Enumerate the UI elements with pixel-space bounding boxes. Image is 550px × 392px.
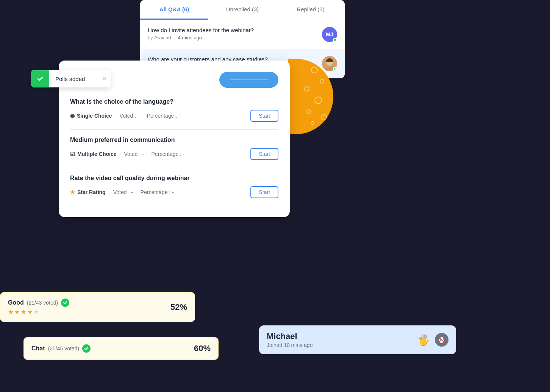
star-5: ★ — [34, 308, 39, 316]
result-votes: (21/43 voted) — [27, 300, 58, 306]
qa-item-text: How do I invite attendees for the webina… — [148, 27, 317, 40]
poll-type: ◉ Single Choice — [70, 113, 112, 119]
poll-type: ☑ Multiple Choice — [70, 151, 116, 157]
toast-notification: Polls added × — [31, 70, 111, 87]
poll-meta-row: ★ Star Rating Voted : - Percentage : - S… — [70, 186, 278, 198]
poll-meta-row: ☑ Multiple Choice Voted : - Percentage :… — [70, 148, 278, 160]
poll-percentage: Percentage : - — [147, 113, 180, 119]
star-rating-icon: ★ — [70, 189, 75, 195]
raise-hand-icon[interactable]: 🖐 — [417, 334, 430, 346]
poll-voted: Voted : - — [113, 189, 133, 195]
result-label: Chat (25/45 voted) — [31, 344, 91, 353]
poll-question-title: Medium preferred in communication — [70, 137, 278, 143]
result-label: Good (21/43 voted) — [8, 299, 69, 307]
toast-message: Polls added — [49, 70, 98, 87]
svg-point-6 — [315, 97, 322, 104]
poll-question-1: What is the choice of the language? ◉ Si… — [70, 98, 278, 122]
svg-point-4 — [320, 79, 324, 83]
poll-meta-row: ◉ Single Choice Voted : - Percentage : -… — [70, 110, 278, 122]
start-button-2[interactable]: Start — [250, 148, 278, 160]
poll-question-title: Rate the video call quality during webin… — [70, 175, 278, 182]
qa-question: How do I invite attendees for the webina… — [148, 27, 317, 33]
svg-point-8 — [321, 115, 327, 120]
result-bar-chat: Chat (25/45 voted) 60% — [23, 337, 219, 360]
poll-question-3: Rate the video call quality during webin… — [70, 175, 278, 198]
poll-divider — [70, 129, 278, 130]
svg-point-3 — [311, 67, 317, 73]
tab-all-qa[interactable]: All Q&A (6) — [140, 0, 208, 20]
star-1: ★ — [8, 308, 13, 316]
michael-card: Michael Joined 10 mins ago 🖐 — [259, 325, 456, 354]
online-indicator — [333, 67, 337, 71]
poll-percentage: Percentage : - — [141, 189, 174, 195]
qa-tabs: All Q&A (6) Unreplied (3) Replied (3) — [140, 0, 345, 20]
svg-marker-10 — [309, 118, 312, 121]
start-button-3[interactable]: Start — [250, 186, 278, 198]
svg-point-9 — [311, 121, 314, 124]
poll-question-title: What is the choice of the language? — [70, 98, 278, 105]
result-stars: ★ ★ ★ ★ ★ — [8, 308, 69, 316]
poll-question-2: Medium preferred in communication ☑ Mult… — [70, 137, 278, 160]
mute-microphone-button[interactable] — [435, 333, 448, 347]
multiple-choice-icon: ☑ — [70, 151, 75, 157]
result-bar-good: Good (21/43 voted) ★ ★ ★ ★ ★ 52% — [0, 292, 195, 322]
result-percent: 52% — [170, 302, 187, 312]
result-votes: (25/45 voted) — [48, 345, 80, 352]
star-4: ★ — [27, 308, 33, 316]
result-percent: 60% — [194, 344, 211, 353]
start-button-1[interactable]: Start — [250, 110, 278, 122]
michael-icons: 🖐 — [417, 333, 448, 347]
poll-voted: Voted : - — [120, 113, 139, 119]
poll-type: ★ Star Rating — [70, 189, 106, 195]
result-info: Good (21/43 voted) ★ ★ ★ ★ ★ — [8, 299, 69, 316]
single-choice-icon: ◉ — [70, 113, 75, 119]
michael-info: Michael Joined 10 mins ago — [267, 331, 411, 348]
toast-check-icon — [31, 70, 49, 87]
star-3: ★ — [21, 308, 26, 316]
add-polls-button[interactable]: ────── — [219, 72, 278, 88]
qa-item: How do I invite attendees for the webina… — [140, 20, 345, 49]
result-check-icon — [61, 299, 69, 307]
svg-point-7 — [307, 110, 311, 114]
tab-replied[interactable]: Replied (3) — [277, 0, 345, 20]
michael-name: Michael — [267, 331, 411, 341]
online-indicator — [333, 38, 337, 42]
poll-divider — [70, 168, 278, 168]
michael-status: Joined 10 mins ago — [267, 342, 411, 348]
avatar: MJ — [322, 27, 337, 42]
result-check-icon — [82, 344, 91, 353]
poll-voted: Voted : - — [124, 151, 144, 157]
star-2: ★ — [14, 308, 20, 316]
tab-unreplied[interactable]: Unreplied (3) — [208, 0, 277, 20]
svg-point-5 — [305, 87, 309, 91]
qa-meta: by Aravind · 4 mins ago — [148, 35, 317, 40]
toast-close-button[interactable]: × — [98, 70, 111, 87]
poll-percentage: Percentage : - — [152, 151, 185, 157]
decorative-shape — [288, 59, 333, 134]
